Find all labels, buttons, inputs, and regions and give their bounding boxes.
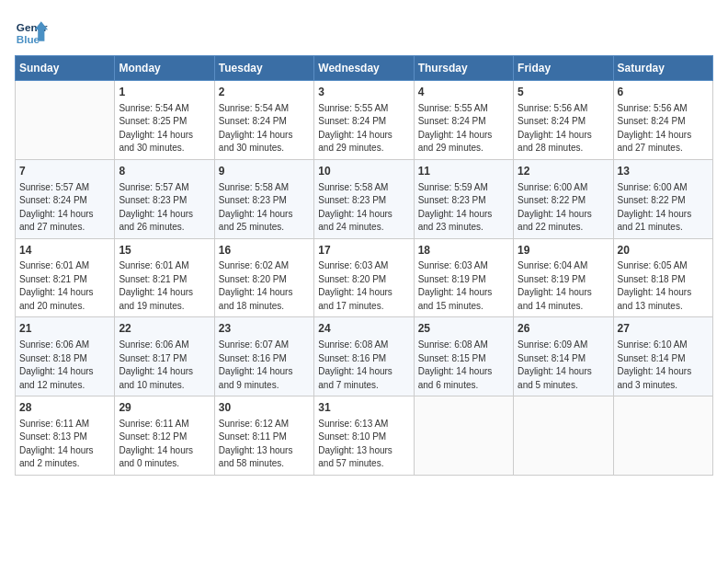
day-number: 24 [318,321,409,337]
calendar-cell: 15Sunrise: 6:01 AM Sunset: 8:21 PM Dayli… [115,238,214,317]
calendar-header-row: SundayMondayTuesdayWednesdayThursdayFrid… [16,56,713,81]
calendar-week-row: 1Sunrise: 5:54 AM Sunset: 8:25 PM Daylig… [16,81,713,160]
day-info: Sunrise: 5:58 AM Sunset: 8:23 PM Dayligh… [318,181,409,235]
calendar-cell [613,396,712,476]
calendar-cell: 5Sunrise: 5:56 AM Sunset: 8:24 PM Daylig… [514,81,613,160]
day-number: 25 [418,321,509,337]
day-info: Sunrise: 5:56 AM Sunset: 8:24 PM Dayligh… [618,102,709,155]
day-info: Sunrise: 6:13 AM Sunset: 8:10 PM Dayligh… [318,418,409,471]
day-header-wednesday: Wednesday [314,56,414,81]
day-header-saturday: Saturday [613,56,712,81]
calendar-cell [16,81,115,160]
day-info: Sunrise: 5:55 AM Sunset: 8:24 PM Dayligh… [418,102,509,155]
calendar-cell: 31Sunrise: 6:13 AM Sunset: 8:10 PM Dayli… [314,396,414,476]
day-number: 5 [518,85,609,100]
calendar-cell: 18Sunrise: 6:03 AM Sunset: 8:19 PM Dayli… [414,238,513,317]
day-number: 14 [19,243,110,259]
calendar-cell: 22Sunrise: 6:06 AM Sunset: 8:17 PM Dayli… [115,317,214,396]
day-number: 29 [119,400,210,416]
day-number: 22 [119,321,210,337]
calendar-cell: 14Sunrise: 6:01 AM Sunset: 8:21 PM Dayli… [16,238,115,317]
day-number: 9 [219,164,310,179]
calendar-cell: 11Sunrise: 5:59 AM Sunset: 8:23 PM Dayli… [414,159,513,238]
day-info: Sunrise: 6:00 AM Sunset: 8:22 PM Dayligh… [618,181,709,235]
day-number: 1 [119,85,210,100]
calendar-cell [514,396,613,476]
day-info: Sunrise: 6:05 AM Sunset: 8:18 PM Dayligh… [618,259,709,313]
day-info: Sunrise: 5:57 AM Sunset: 8:24 PM Dayligh… [19,181,110,235]
day-info: Sunrise: 6:01 AM Sunset: 8:21 PM Dayligh… [119,259,210,313]
calendar-cell: 1Sunrise: 5:54 AM Sunset: 8:25 PM Daylig… [115,81,214,160]
day-info: Sunrise: 5:56 AM Sunset: 8:24 PM Dayligh… [518,102,609,155]
day-header-sunday: Sunday [16,56,115,81]
day-header-monday: Monday [115,56,214,81]
calendar-cell: 30Sunrise: 6:12 AM Sunset: 8:11 PM Dayli… [214,396,313,476]
calendar-week-row: 7Sunrise: 5:57 AM Sunset: 8:24 PM Daylig… [16,159,713,238]
calendar-cell: 26Sunrise: 6:09 AM Sunset: 8:14 PM Dayli… [514,317,613,396]
day-info: Sunrise: 6:12 AM Sunset: 8:11 PM Dayligh… [219,418,310,471]
page-header: General Blue [15,15,713,48]
day-info: Sunrise: 6:01 AM Sunset: 8:21 PM Dayligh… [19,259,110,313]
day-number: 2 [219,85,310,100]
calendar-week-row: 14Sunrise: 6:01 AM Sunset: 8:21 PM Dayli… [16,238,713,317]
calendar-cell [414,396,513,476]
svg-text:Blue: Blue [17,33,40,45]
calendar-cell: 13Sunrise: 6:00 AM Sunset: 8:22 PM Dayli… [613,159,712,238]
day-number: 12 [518,164,609,179]
day-number: 19 [518,243,609,259]
day-info: Sunrise: 6:11 AM Sunset: 8:12 PM Dayligh… [119,418,210,471]
day-number: 28 [19,400,110,416]
day-number: 6 [618,85,709,100]
day-info: Sunrise: 6:07 AM Sunset: 8:16 PM Dayligh… [219,339,310,392]
calendar-table: SundayMondayTuesdayWednesdayThursdayFrid… [15,55,713,476]
calendar-cell: 27Sunrise: 6:10 AM Sunset: 8:14 PM Dayli… [613,317,712,396]
day-info: Sunrise: 6:06 AM Sunset: 8:18 PM Dayligh… [19,339,110,392]
calendar-cell: 19Sunrise: 6:04 AM Sunset: 8:19 PM Dayli… [514,238,613,317]
day-header-friday: Friday [514,56,613,81]
day-number: 23 [219,321,310,337]
day-number: 20 [618,243,709,259]
day-number: 11 [418,164,509,179]
day-info: Sunrise: 6:08 AM Sunset: 8:16 PM Dayligh… [318,339,409,392]
calendar-cell: 24Sunrise: 6:08 AM Sunset: 8:16 PM Dayli… [314,317,414,396]
calendar-cell: 21Sunrise: 6:06 AM Sunset: 8:18 PM Dayli… [16,317,115,396]
calendar-cell: 28Sunrise: 6:11 AM Sunset: 8:13 PM Dayli… [16,396,115,476]
calendar-cell: 2Sunrise: 5:54 AM Sunset: 8:24 PM Daylig… [214,81,313,160]
day-number: 16 [219,243,310,259]
day-info: Sunrise: 5:54 AM Sunset: 8:25 PM Dayligh… [119,102,210,155]
logo: General Blue [15,15,48,48]
day-number: 30 [219,400,310,416]
calendar-cell: 8Sunrise: 5:57 AM Sunset: 8:23 PM Daylig… [115,159,214,238]
day-number: 18 [418,243,509,259]
day-info: Sunrise: 5:58 AM Sunset: 8:23 PM Dayligh… [219,181,310,235]
day-info: Sunrise: 6:03 AM Sunset: 8:20 PM Dayligh… [318,259,409,313]
calendar-week-row: 28Sunrise: 6:11 AM Sunset: 8:13 PM Dayli… [16,396,713,476]
day-header-tuesday: Tuesday [214,56,313,81]
day-number: 13 [618,164,709,179]
calendar-cell: 16Sunrise: 6:02 AM Sunset: 8:20 PM Dayli… [214,238,313,317]
logo-icon: General Blue [15,15,48,48]
day-number: 26 [518,321,609,337]
day-info: Sunrise: 6:00 AM Sunset: 8:22 PM Dayligh… [518,181,609,235]
day-header-thursday: Thursday [414,56,513,81]
calendar-cell: 12Sunrise: 6:00 AM Sunset: 8:22 PM Dayli… [514,159,613,238]
day-info: Sunrise: 5:54 AM Sunset: 8:24 PM Dayligh… [219,102,310,155]
day-number: 17 [318,243,409,259]
day-info: Sunrise: 5:57 AM Sunset: 8:23 PM Dayligh… [119,181,210,235]
day-number: 21 [19,321,110,337]
day-number: 3 [318,85,409,100]
calendar-cell: 4Sunrise: 5:55 AM Sunset: 8:24 PM Daylig… [414,81,513,160]
calendar-cell: 20Sunrise: 6:05 AM Sunset: 8:18 PM Dayli… [613,238,712,317]
day-number: 15 [119,243,210,259]
day-info: Sunrise: 6:04 AM Sunset: 8:19 PM Dayligh… [518,259,609,313]
calendar-cell: 25Sunrise: 6:08 AM Sunset: 8:15 PM Dayli… [414,317,513,396]
calendar-cell: 7Sunrise: 5:57 AM Sunset: 8:24 PM Daylig… [16,159,115,238]
day-info: Sunrise: 5:55 AM Sunset: 8:24 PM Dayligh… [318,102,409,155]
day-number: 8 [119,164,210,179]
calendar-cell: 29Sunrise: 6:11 AM Sunset: 8:12 PM Dayli… [115,396,214,476]
day-info: Sunrise: 6:02 AM Sunset: 8:20 PM Dayligh… [219,259,310,313]
day-info: Sunrise: 6:06 AM Sunset: 8:17 PM Dayligh… [119,339,210,392]
calendar-week-row: 21Sunrise: 6:06 AM Sunset: 8:18 PM Dayli… [16,317,713,396]
day-info: Sunrise: 6:09 AM Sunset: 8:14 PM Dayligh… [518,339,609,392]
day-info: Sunrise: 6:03 AM Sunset: 8:19 PM Dayligh… [418,259,509,313]
